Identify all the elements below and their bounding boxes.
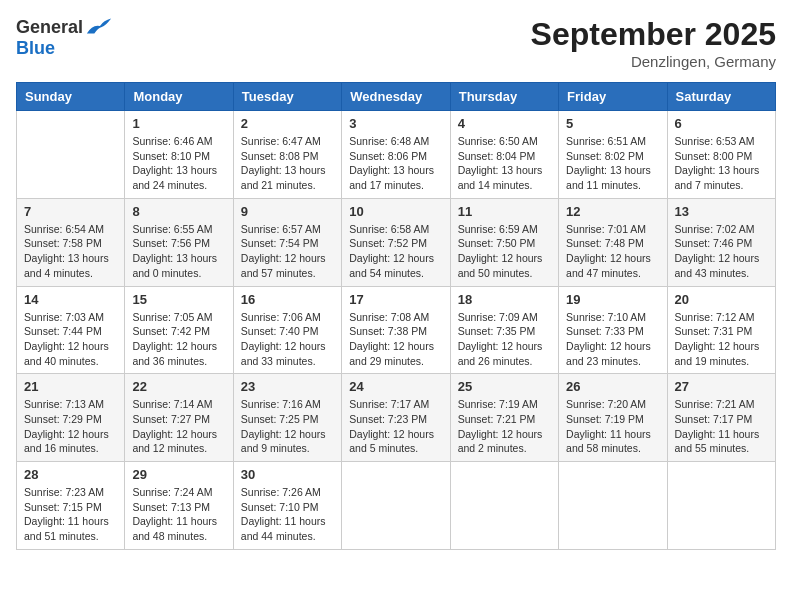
calendar-day-cell: 29 Sunrise: 7:24 AMSunset: 7:13 PMDaylig… (125, 462, 233, 550)
calendar-day-cell: 8 Sunrise: 6:55 AMSunset: 7:56 PMDayligh… (125, 198, 233, 286)
page-header: General Blue September 2025 Denzlingen, … (16, 16, 776, 70)
calendar-day-cell: 11 Sunrise: 6:59 AMSunset: 7:50 PMDaylig… (450, 198, 558, 286)
calendar-day-cell (342, 462, 450, 550)
day-number: 7 (24, 204, 117, 219)
day-number: 18 (458, 292, 551, 307)
day-number: 14 (24, 292, 117, 307)
day-number: 30 (241, 467, 334, 482)
calendar-day-header: Wednesday (342, 83, 450, 111)
calendar-week-row: 21 Sunrise: 7:13 AMSunset: 7:29 PMDaylig… (17, 374, 776, 462)
calendar-day-cell: 27 Sunrise: 7:21 AMSunset: 7:17 PMDaylig… (667, 374, 775, 462)
calendar-day-cell: 2 Sunrise: 6:47 AMSunset: 8:08 PMDayligh… (233, 111, 341, 199)
day-info: Sunrise: 7:14 AMSunset: 7:27 PMDaylight:… (132, 397, 225, 456)
calendar-day-cell: 22 Sunrise: 7:14 AMSunset: 7:27 PMDaylig… (125, 374, 233, 462)
day-info: Sunrise: 7:24 AMSunset: 7:13 PMDaylight:… (132, 485, 225, 544)
day-number: 6 (675, 116, 768, 131)
calendar-week-row: 14 Sunrise: 7:03 AMSunset: 7:44 PMDaylig… (17, 286, 776, 374)
day-info: Sunrise: 7:21 AMSunset: 7:17 PMDaylight:… (675, 397, 768, 456)
day-info: Sunrise: 7:03 AMSunset: 7:44 PMDaylight:… (24, 310, 117, 369)
day-info: Sunrise: 6:59 AMSunset: 7:50 PMDaylight:… (458, 222, 551, 281)
day-number: 29 (132, 467, 225, 482)
calendar-week-row: 1 Sunrise: 6:46 AMSunset: 8:10 PMDayligh… (17, 111, 776, 199)
logo-blue-text: Blue (16, 38, 55, 59)
calendar-week-row: 28 Sunrise: 7:23 AMSunset: 7:15 PMDaylig… (17, 462, 776, 550)
day-number: 27 (675, 379, 768, 394)
calendar-header-row: SundayMondayTuesdayWednesdayThursdayFrid… (17, 83, 776, 111)
calendar-day-cell: 7 Sunrise: 6:54 AMSunset: 7:58 PMDayligh… (17, 198, 125, 286)
day-number: 11 (458, 204, 551, 219)
day-info: Sunrise: 7:10 AMSunset: 7:33 PMDaylight:… (566, 310, 659, 369)
day-info: Sunrise: 7:08 AMSunset: 7:38 PMDaylight:… (349, 310, 442, 369)
day-number: 19 (566, 292, 659, 307)
month-title: September 2025 (531, 16, 776, 53)
day-number: 1 (132, 116, 225, 131)
calendar-day-cell: 14 Sunrise: 7:03 AMSunset: 7:44 PMDaylig… (17, 286, 125, 374)
day-info: Sunrise: 7:06 AMSunset: 7:40 PMDaylight:… (241, 310, 334, 369)
day-info: Sunrise: 6:55 AMSunset: 7:56 PMDaylight:… (132, 222, 225, 281)
day-number: 10 (349, 204, 442, 219)
calendar-day-cell: 21 Sunrise: 7:13 AMSunset: 7:29 PMDaylig… (17, 374, 125, 462)
day-info: Sunrise: 6:53 AMSunset: 8:00 PMDaylight:… (675, 134, 768, 193)
calendar-day-cell: 18 Sunrise: 7:09 AMSunset: 7:35 PMDaylig… (450, 286, 558, 374)
day-info: Sunrise: 6:46 AMSunset: 8:10 PMDaylight:… (132, 134, 225, 193)
day-number: 20 (675, 292, 768, 307)
day-number: 24 (349, 379, 442, 394)
day-number: 5 (566, 116, 659, 131)
calendar-day-cell: 16 Sunrise: 7:06 AMSunset: 7:40 PMDaylig… (233, 286, 341, 374)
day-info: Sunrise: 7:05 AMSunset: 7:42 PMDaylight:… (132, 310, 225, 369)
day-info: Sunrise: 7:26 AMSunset: 7:10 PMDaylight:… (241, 485, 334, 544)
day-number: 17 (349, 292, 442, 307)
logo-general-text: General (16, 17, 83, 38)
title-section: September 2025 Denzlingen, Germany (531, 16, 776, 70)
calendar-day-cell: 4 Sunrise: 6:50 AMSunset: 8:04 PMDayligh… (450, 111, 558, 199)
calendar-day-cell: 24 Sunrise: 7:17 AMSunset: 7:23 PMDaylig… (342, 374, 450, 462)
day-number: 26 (566, 379, 659, 394)
calendar-day-header: Friday (559, 83, 667, 111)
day-info: Sunrise: 7:19 AMSunset: 7:21 PMDaylight:… (458, 397, 551, 456)
day-number: 4 (458, 116, 551, 131)
day-info: Sunrise: 7:02 AMSunset: 7:46 PMDaylight:… (675, 222, 768, 281)
calendar-day-header: Monday (125, 83, 233, 111)
day-number: 3 (349, 116, 442, 131)
logo-bird-icon (85, 16, 113, 38)
calendar-day-cell (559, 462, 667, 550)
day-number: 23 (241, 379, 334, 394)
day-number: 16 (241, 292, 334, 307)
day-info: Sunrise: 7:17 AMSunset: 7:23 PMDaylight:… (349, 397, 442, 456)
calendar-day-cell: 6 Sunrise: 6:53 AMSunset: 8:00 PMDayligh… (667, 111, 775, 199)
day-info: Sunrise: 6:50 AMSunset: 8:04 PMDaylight:… (458, 134, 551, 193)
calendar-day-cell (450, 462, 558, 550)
calendar-day-header: Thursday (450, 83, 558, 111)
day-info: Sunrise: 6:57 AMSunset: 7:54 PMDaylight:… (241, 222, 334, 281)
logo: General Blue (16, 16, 113, 59)
day-info: Sunrise: 7:20 AMSunset: 7:19 PMDaylight:… (566, 397, 659, 456)
location-text: Denzlingen, Germany (531, 53, 776, 70)
day-number: 22 (132, 379, 225, 394)
day-number: 12 (566, 204, 659, 219)
calendar-day-cell: 1 Sunrise: 6:46 AMSunset: 8:10 PMDayligh… (125, 111, 233, 199)
day-number: 15 (132, 292, 225, 307)
calendar-week-row: 7 Sunrise: 6:54 AMSunset: 7:58 PMDayligh… (17, 198, 776, 286)
day-number: 8 (132, 204, 225, 219)
day-number: 21 (24, 379, 117, 394)
calendar-day-cell (17, 111, 125, 199)
day-info: Sunrise: 7:16 AMSunset: 7:25 PMDaylight:… (241, 397, 334, 456)
calendar-day-cell: 19 Sunrise: 7:10 AMSunset: 7:33 PMDaylig… (559, 286, 667, 374)
day-info: Sunrise: 7:23 AMSunset: 7:15 PMDaylight:… (24, 485, 117, 544)
day-info: Sunrise: 6:47 AMSunset: 8:08 PMDaylight:… (241, 134, 334, 193)
day-info: Sunrise: 6:51 AMSunset: 8:02 PMDaylight:… (566, 134, 659, 193)
day-number: 2 (241, 116, 334, 131)
day-info: Sunrise: 7:13 AMSunset: 7:29 PMDaylight:… (24, 397, 117, 456)
day-number: 13 (675, 204, 768, 219)
day-number: 9 (241, 204, 334, 219)
day-info: Sunrise: 7:01 AMSunset: 7:48 PMDaylight:… (566, 222, 659, 281)
day-info: Sunrise: 6:48 AMSunset: 8:06 PMDaylight:… (349, 134, 442, 193)
day-number: 28 (24, 467, 117, 482)
calendar-day-cell: 10 Sunrise: 6:58 AMSunset: 7:52 PMDaylig… (342, 198, 450, 286)
day-info: Sunrise: 7:09 AMSunset: 7:35 PMDaylight:… (458, 310, 551, 369)
calendar-day-header: Tuesday (233, 83, 341, 111)
calendar-day-cell: 17 Sunrise: 7:08 AMSunset: 7:38 PMDaylig… (342, 286, 450, 374)
calendar-day-cell: 13 Sunrise: 7:02 AMSunset: 7:46 PMDaylig… (667, 198, 775, 286)
day-info: Sunrise: 6:58 AMSunset: 7:52 PMDaylight:… (349, 222, 442, 281)
calendar-day-header: Saturday (667, 83, 775, 111)
